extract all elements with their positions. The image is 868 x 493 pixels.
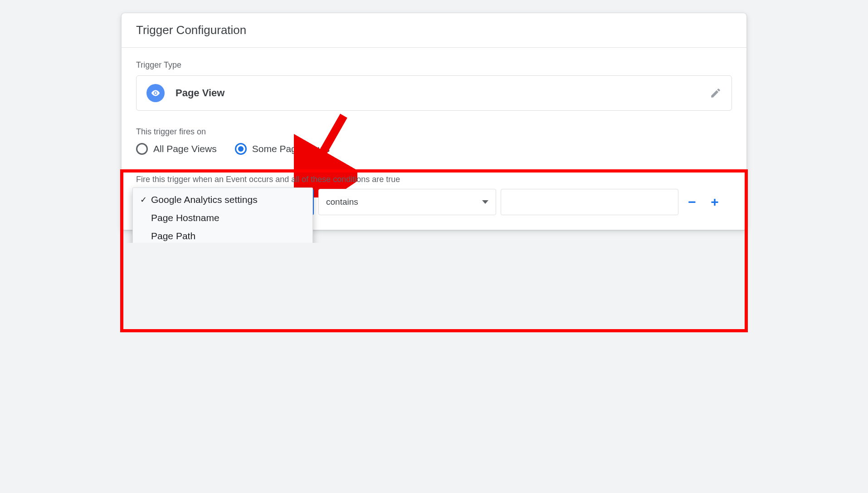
variable-dropdown: ✓ Google Analytics settings Page Hostnam…: [132, 187, 313, 243]
trigger-type-selector[interactable]: Page View: [136, 75, 732, 111]
condition-operator-select[interactable]: contains: [318, 189, 496, 215]
card-body: Trigger Type Page View This trigger fire…: [122, 48, 746, 230]
dropdown-item-label: Google Analytics settings: [151, 194, 258, 205]
radio-label: All Page Views: [153, 143, 217, 154]
trigger-type-label: Trigger Type: [136, 60, 732, 70]
edit-icon[interactable]: [710, 87, 722, 99]
card-title: Trigger Configuration: [122, 13, 746, 48]
operator-value: contains: [326, 197, 358, 207]
conditions-section: Fire this trigger when an Event occurs a…: [136, 175, 732, 215]
conditions-label: Fire this trigger when an Event occurs a…: [136, 175, 732, 184]
radio-icon: [136, 143, 148, 155]
fires-on-options: All Page Views Some Page Views: [136, 143, 732, 155]
check-icon: ✓: [138, 195, 148, 205]
dropdown-item-label: Page Hostname: [151, 212, 219, 223]
dropdown-item-page-hostname[interactable]: Page Hostname: [133, 209, 312, 227]
trigger-type-value: Page View: [176, 87, 224, 99]
add-condition-button[interactable]: +: [706, 193, 724, 211]
remove-condition-button[interactable]: −: [683, 193, 701, 211]
chevron-down-icon: [482, 200, 488, 204]
dropdown-item-page-path[interactable]: Page Path: [133, 227, 312, 243]
radio-icon: [235, 143, 247, 155]
eye-icon: [146, 84, 165, 102]
radio-some-page-views[interactable]: Some Page Views: [235, 143, 330, 155]
radio-label: Some Page Views: [252, 143, 330, 154]
radio-all-page-views[interactable]: All Page Views: [136, 143, 217, 155]
dropdown-item-label: Page Path: [151, 231, 195, 242]
trigger-type-left: Page View: [146, 84, 224, 102]
condition-value-input[interactable]: [501, 189, 678, 215]
trigger-config-card: Trigger Configuration Trigger Type Page …: [121, 13, 747, 230]
dropdown-item-ga-settings[interactable]: ✓ Google Analytics settings: [133, 191, 312, 209]
fires-on-label: This trigger fires on: [136, 127, 732, 137]
